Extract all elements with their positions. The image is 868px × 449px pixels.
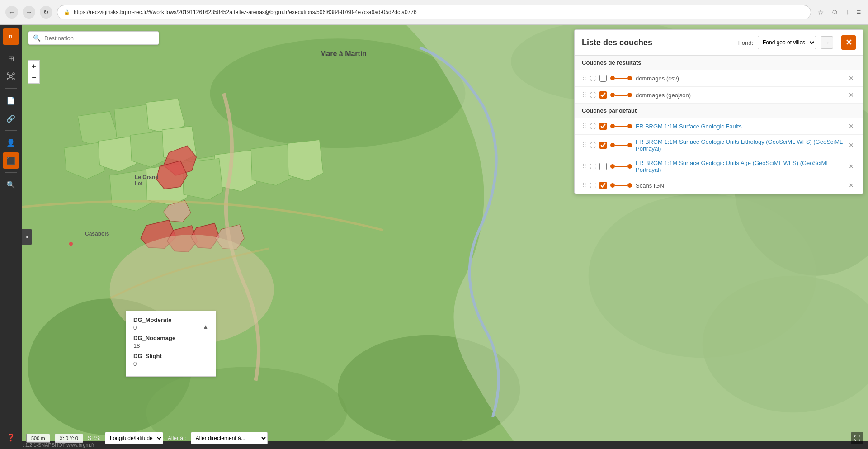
star-icon[interactable]: ☆ <box>816 6 826 19</box>
tooltip-row-3: DG_Slight 0 <box>133 353 208 367</box>
expand-icon-6[interactable]: ⛶ <box>590 182 596 189</box>
panel-close-button[interactable]: ✕ <box>841 35 856 50</box>
svg-point-0 <box>9 75 12 78</box>
svg-line-7 <box>9 78 11 79</box>
search-input[interactable] <box>44 35 154 42</box>
layer-name-age[interactable]: FR BRGM 1:1M Surface Geologic Units Age … <box>636 160 843 173</box>
layer-delete-age[interactable]: ✕ <box>847 162 856 171</box>
scale-bar: 500 m <box>26 434 50 443</box>
layer-dot-5 <box>610 164 615 169</box>
layer-checkbox-scans-ign[interactable] <box>599 182 607 189</box>
layer-row-age: ⠿ ⛶ FR BRGM 1:1M Surface Geologic Units … <box>575 156 863 177</box>
layer-checkbox-age[interactable] <box>599 163 607 170</box>
sidebar-item-help[interactable]: ❓ <box>3 429 19 445</box>
sidebar-logo: n <box>3 28 19 45</box>
drag-icon-6[interactable]: ⠿ <box>582 182 586 189</box>
tooltip-row-1: DG_Moderate ▲ 0 <box>133 317 208 331</box>
zoom-in-button[interactable]: + <box>28 60 40 72</box>
layer-row-faults: ⠿ ⛶ FR BRGM 1:1M Surface Geologic Faults… <box>575 118 863 135</box>
layer-bar-2 <box>615 95 627 96</box>
back-button[interactable]: ← <box>5 6 18 19</box>
layer-delete-dommages-geojson[interactable]: ✕ <box>847 90 856 99</box>
layer-delete-faults[interactable]: ✕ <box>847 122 856 131</box>
download-icon[interactable]: ↓ <box>844 6 851 18</box>
expand-icon-4[interactable]: ⛶ <box>590 142 596 149</box>
tooltip-key-1: DG_Moderate <box>133 317 208 323</box>
panel-arrow-button[interactable]: → <box>821 36 833 49</box>
collapse-sidebar-button[interactable]: » <box>22 229 32 245</box>
sidebar-item-boxes[interactable]: ⬛ <box>3 152 19 169</box>
coords-display: X: 0 Y: 0 <box>55 434 83 443</box>
drag-icon-4[interactable]: ⠿ <box>582 142 586 149</box>
fullscreen-button[interactable]: ⛶ <box>851 432 863 444</box>
panel-header: Liste des couches Fond: Fond geo et vill… <box>575 30 863 56</box>
layer-checkbox-dommages-geojson[interactable] <box>599 91 607 99</box>
forward-button[interactable]: → <box>23 6 35 19</box>
layer-name-dommages-geojson: dommages (geojson) <box>636 92 843 99</box>
search-icon: 🔍 <box>33 34 41 42</box>
svg-line-8 <box>11 78 13 79</box>
layer-dot-5b <box>627 164 632 169</box>
tooltip-val-2: 18 <box>133 342 208 349</box>
expand-icon-5[interactable]: ⛶ <box>590 163 596 170</box>
layer-dot-1b <box>627 76 632 80</box>
layer-dot-2b <box>627 93 632 97</box>
expand-icon-3[interactable]: ⛶ <box>590 123 596 130</box>
zoom-out-button[interactable]: − <box>28 72 40 84</box>
layer-dot-4 <box>610 143 615 147</box>
layer-delete-lithology[interactable]: ✕ <box>847 141 856 150</box>
layer-checkbox-faults[interactable] <box>599 123 607 130</box>
fond-select[interactable]: Fond geo et villes OpenStreetMap Satelli… <box>758 36 816 49</box>
tooltip-key-2: DG_Nodamage <box>133 335 208 341</box>
svg-line-6 <box>11 75 13 76</box>
drag-icon-1[interactable]: ⠿ <box>582 75 586 82</box>
layer-name-dommages-csv: dommages (csv) <box>636 75 843 82</box>
sidebar-item-nodes[interactable] <box>3 68 19 85</box>
refresh-button[interactable]: ↻ <box>40 6 52 19</box>
layer-dot-1 <box>610 76 615 80</box>
sidebar-item-link[interactable]: 🔗 <box>3 110 19 127</box>
address-bar[interactable]: 🔒 https://rec-vigirisks.brgm-rec.fr/#/wo… <box>57 5 811 19</box>
layer-name-lithology[interactable]: FR BRGM 1:1M Surface Geologic Units Lith… <box>636 138 843 152</box>
layer-dot-3 <box>610 124 615 128</box>
sidebar-item-grid[interactable]: ⊞ <box>3 50 19 66</box>
sidebar-item-search[interactable]: 🔍 <box>3 176 19 193</box>
url-text: https://rec-vigirisks.brgm-rec.fr/#/work… <box>74 9 417 15</box>
fullscreen-icon: ⛶ <box>854 435 860 442</box>
layer-row-lithology: ⠿ ⛶ FR BRGM 1:1M Surface Geologic Units … <box>575 135 863 156</box>
expand-icon-1[interactable]: ⛶ <box>590 75 596 82</box>
svg-point-40 <box>69 242 73 246</box>
drag-icon-3[interactable]: ⠿ <box>582 123 586 130</box>
goto-select[interactable]: Aller directement à... Coordonnées Adres… <box>191 432 268 444</box>
profile-icon[interactable]: ☺ <box>829 6 840 18</box>
layer-line-1 <box>610 76 632 80</box>
layer-bar-1 <box>615 78 627 79</box>
layer-line-6 <box>610 183 632 188</box>
layer-bar-3 <box>615 126 627 127</box>
sidebar-item-document[interactable]: 📄 <box>3 92 19 109</box>
drag-icon-2[interactable]: ⠿ <box>582 91 586 99</box>
menu-icon[interactable]: ≡ <box>855 6 863 18</box>
map-tooltip: DG_Moderate ▲ 0 DG_Nodamage 18 DG_Slight… <box>126 311 216 377</box>
map-search-bar[interactable]: 🔍 <box>28 31 159 45</box>
tooltip-row-2: DG_Nodamage 18 <box>133 335 208 349</box>
srs-select[interactable]: Longitude/latitude Lambert 93 UTM 32N <box>105 432 163 444</box>
tooltip-chevron-1: ▲ <box>203 323 208 330</box>
section-title-results: Couches de résultats <box>575 56 863 70</box>
map-area[interactable]: 🔍 + − Le GrandIlet Casabois Mare à Marti… <box>22 25 868 449</box>
layer-row-dommages-geojson: ⠿ ⛶ dommages (geojson) ✕ <box>575 87 863 104</box>
goto-label: Aller à : <box>168 435 186 441</box>
panel-title: Liste des couches <box>582 38 734 47</box>
layer-checkbox-dommages-csv[interactable] <box>599 75 607 82</box>
layer-delete-scans-ign[interactable]: ✕ <box>847 181 856 190</box>
sidebar-item-user[interactable]: 👤 <box>3 134 19 151</box>
layer-delete-dommages-csv[interactable]: ✕ <box>847 74 856 83</box>
layer-bar-6 <box>615 185 627 186</box>
app-container: n ⊞ 📄 🔗 👤 ⬛ 🔍 ❓ <box>0 25 868 449</box>
drag-icon-5[interactable]: ⠿ <box>582 163 586 170</box>
layer-bar-4 <box>615 145 627 146</box>
layer-name-faults[interactable]: FR BRGM 1:1M Surface Geologic Faults <box>636 123 843 130</box>
expand-icon-2[interactable]: ⛶ <box>590 92 596 99</box>
srs-label: SRS: <box>88 435 100 441</box>
layer-checkbox-lithology[interactable] <box>599 142 607 149</box>
